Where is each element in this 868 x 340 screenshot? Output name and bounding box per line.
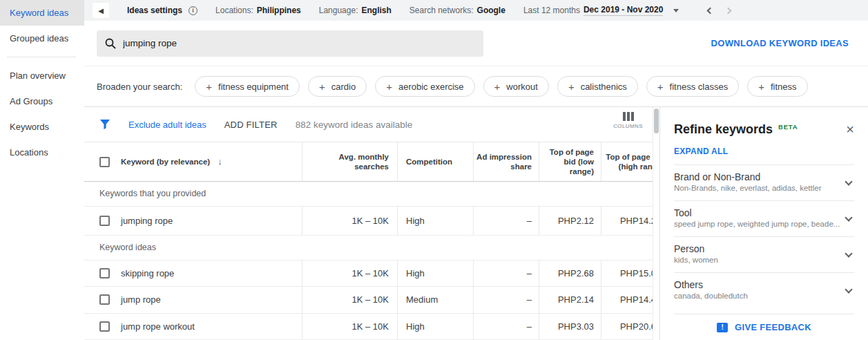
broaden-chip-cardio[interactable]: +cardio [308,76,367,97]
sidebar-item-locations[interactable]: Locations [0,140,84,165]
ad-share-cell: – [473,287,539,312]
refine-groups: Brand or Non-Brand Non-Brands, nike, eve… [674,164,854,308]
keyword-cell: jump rope workout [121,321,195,332]
broaden-chip-fitness-classes[interactable]: +fitness classes [646,76,739,97]
searches-cell: 1K – 10K [302,314,397,339]
header-avg-monthly-searches[interactable]: Avg. monthly searches [302,142,397,181]
language-setting[interactable]: Language: English [319,6,392,15]
header-top-of-page-bid-low[interactable]: Top of page bid (low range) [539,142,601,181]
row-checkbox[interactable] [99,216,110,226]
columns-button[interactable]: COLUMNS [613,112,643,129]
ad-share-cell: – [473,207,539,235]
plus-icon: + [568,82,575,92]
refine-header: Refine keywords BETA × [674,122,854,137]
bid-low-cell: PHP2.14 [539,287,601,312]
language-value: English [361,6,391,15]
locations-value: Philippines [257,6,301,15]
columns-icon [623,112,634,121]
feedback-icon: ! [717,323,728,332]
download-keyword-ideas-link[interactable]: DOWNLOAD KEYWORD IDEAS [711,38,849,48]
table-row[interactable]: jump rope 1K – 10K Medium – PHP2.14 PHP1… [84,287,653,313]
vertical-scrollbar[interactable] [653,107,659,340]
header-keyword-label: Keyword (by relevance) [121,158,210,166]
row-checkbox[interactable] [99,294,110,305]
bid-low-cell: PHP2.68 [539,261,601,286]
chevron-left-icon[interactable] [707,7,714,14]
date-range-value: Dec 2019 - Nov 2020 [584,5,663,16]
scrollbar-thumb[interactable] [654,108,659,133]
locations-label: Locations: [215,6,253,15]
networks-setting[interactable]: Search networks: Google [409,6,505,15]
row-checkbox[interactable] [99,321,110,332]
group-name: Brand or Non-Brand [674,171,854,183]
competition-cell: High [397,207,473,235]
row-checkbox[interactable] [99,268,110,278]
header-keyword[interactable]: Keyword (by relevance) ↓ [121,157,222,167]
broaden-chip-aerobic-exercise[interactable]: +aerobic exercise [375,76,474,97]
group-name: Tool [674,207,854,219]
sidebar-item-ad-groups[interactable]: Ad Groups [0,88,84,114]
back-arrow-icon[interactable]: ◀ [93,3,109,18]
searches-cell: 1K – 10K [302,207,397,235]
bid-high-cell: PHP15.0 [601,261,653,286]
group-values: Non-Brands, nike, everlast, adidas, kett… [674,183,847,193]
keyword-ideas-count: 882 keyword ideas available [296,120,413,130]
add-filter-button[interactable]: ADD FILTER [224,120,278,130]
sidebar-item-keyword-ideas[interactable]: Keyword ideas [0,0,84,26]
refine-group-tool[interactable]: Tool speed jump rope, weighted jump rope… [674,200,854,236]
info-icon: i [189,6,197,15]
sidebar-item-keywords[interactable]: Keywords [0,114,84,140]
chevron-right-icon[interactable] [725,7,732,14]
broaden-chip-fitness-equipment[interactable]: +fitness equipment [195,76,300,97]
expand-all-button[interactable]: EXPAND ALL [674,147,854,156]
refine-group-others[interactable]: Others canada, doubledutch [674,272,854,308]
sidebar-item-grouped-ideas[interactable]: Grouped ideas [0,26,84,51]
refine-group-brand[interactable]: Brand or Non-Brand Non-Brands, nike, eve… [674,164,854,200]
plus-icon: + [319,82,325,92]
table-header-row: Keyword (by relevance) ↓ Avg. monthly se… [84,142,653,182]
broaden-chip-workout[interactable]: +workout [483,76,549,97]
plus-icon: + [386,82,392,92]
refine-keywords-panel: Refine keywords BETA × EXPAND ALL Brand … [659,107,868,340]
search-input[interactable] [123,38,475,48]
keyword-search-box[interactable] [97,30,483,57]
search-icon [105,38,116,49]
competition-cell: High [397,261,473,286]
table-row[interactable]: skipping rope 1K – 10K High – PHP2.68 PH… [84,261,653,287]
table-row[interactable]: jump rope workout 1K – 10K High – PHP3.0… [84,314,653,340]
keyword-planner-app: Keyword ideas Grouped ideas Plan overvie… [0,0,868,340]
group-name: Person [674,243,854,255]
language-label: Language: [319,6,358,15]
main-column: ◀ Ideas settings i Locations: Philippine… [84,0,868,340]
locations-setting[interactable]: Locations: Philippines [215,6,301,15]
broaden-chip-fitness[interactable]: +fitness [747,76,807,97]
bid-high-cell: PHP14.4 [601,287,653,312]
competition-cell: High [397,314,473,339]
sidebar-item-plan-overview[interactable]: Plan overview [0,63,84,88]
header-competition[interactable]: Competition [397,142,473,181]
refine-group-person[interactable]: Person kids, women [674,236,854,272]
select-all-checkbox[interactable] [99,157,110,167]
chip-label: fitness equipment [218,82,289,92]
close-icon[interactable]: × [846,122,854,136]
ad-share-cell: – [473,261,539,286]
sidebar-divider [7,57,76,57]
date-range-setting[interactable]: Last 12 months Dec 2019 - Nov 2020 [523,5,679,16]
ideas-settings[interactable]: Ideas settings i [127,6,197,15]
refine-title: Refine keywords [674,122,773,137]
header-ad-impression-share[interactable]: Ad impression share [473,142,539,181]
table-row[interactable]: jumping rope 1K – 10K High – PHP2.12 PHP… [84,207,653,236]
date-range-label: Last 12 months [523,6,580,15]
feedback-label: GIVE FEEDBACK [735,322,811,332]
settings-bar: ◀ Ideas settings i Locations: Philippine… [84,0,868,21]
broaden-chip-calisthenics[interactable]: +calisthenics [557,76,638,97]
filter-funnel-icon[interactable] [99,119,110,130]
section-title-provided: Keywords that you provided [84,182,653,207]
exclude-adult-ideas-link[interactable]: Exclude adult ideas [128,120,206,130]
give-feedback-button[interactable]: ! GIVE FEEDBACK [674,314,854,340]
plus-icon: + [206,82,212,92]
chip-label: calisthenics [581,82,627,92]
searches-cell: 1K – 10K [302,287,397,312]
content-area: Exclude adult ideas ADD FILTER 882 keywo… [84,107,868,340]
header-top-of-page-bid-high[interactable]: Top of page bid (high range) [601,142,653,181]
